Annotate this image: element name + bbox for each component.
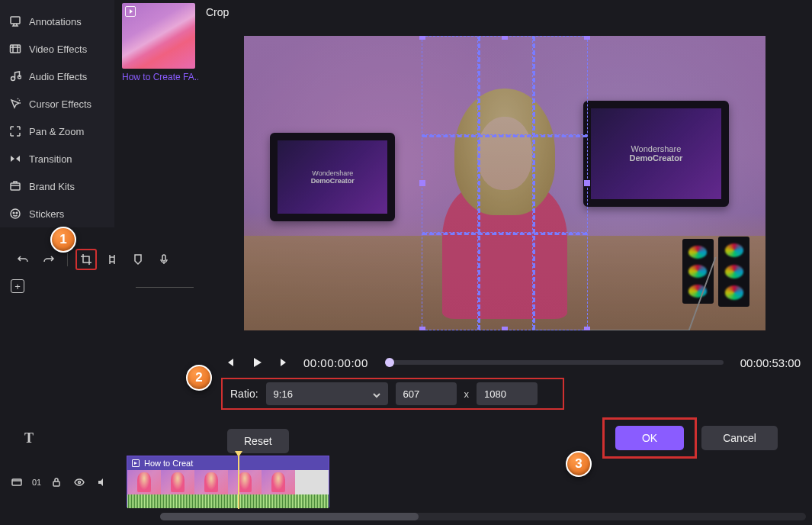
sidebar-item-annotations[interactable]: Annotations — [0, 8, 114, 35]
add-track-button[interactable]: + — [11, 279, 24, 293]
sidebar-item-video-effects[interactable]: Video Effects — [0, 35, 114, 63]
clip-frames — [127, 470, 329, 494]
svg-rect-0 — [11, 17, 20, 24]
scrollbar-thumb[interactable] — [160, 513, 419, 520]
undo-button[interactable] — [12, 249, 34, 270]
split-button[interactable] — [101, 249, 123, 270]
current-timecode: 00:00:00:00 — [303, 356, 368, 369]
voiceover-button[interactable] — [153, 249, 175, 270]
crop-ratio-row: Ratio: 9:16 607 x 1080 — [221, 378, 564, 410]
sidebar-item-stickers[interactable]: Stickers — [0, 200, 114, 227]
prev-frame-button[interactable] — [221, 354, 238, 371]
annotation-badge-3: 3 — [566, 451, 592, 477]
audio-effects-icon — [9, 70, 21, 82]
timeline-scrollbar[interactable] — [160, 513, 806, 520]
track-controls: 01 — [9, 475, 110, 490]
crop-preview[interactable]: WondershareDemoCreator WondershareDemoCr… — [244, 36, 765, 330]
reset-button[interactable]: Reset — [227, 429, 289, 453]
preview-image: WondershareDemoCreator WondershareDemoCr… — [244, 36, 765, 330]
sidebar-item-label: Pan & Zoom — [29, 126, 84, 137]
timeline-toolbar — [6, 244, 195, 275]
sidebar-item-label: Annotations — [29, 16, 82, 27]
sidebar-item-brand-kits[interactable]: Brand Kits — [0, 172, 114, 200]
crop-selection[interactable] — [422, 36, 589, 330]
svg-rect-8 — [162, 255, 165, 261]
svg-rect-10 — [53, 482, 59, 486]
track-lock-button[interactable] — [49, 475, 64, 490]
crop-handle-n[interactable] — [502, 36, 508, 40]
toolbar-separator — [67, 253, 68, 266]
sidebar-item-transition[interactable]: Transition — [0, 145, 114, 172]
svg-rect-1 — [11, 45, 21, 53]
clip-header: How to Creat — [127, 456, 329, 470]
media-thumbnail[interactable] — [122, 3, 195, 69]
svg-point-6 — [13, 212, 14, 214]
crop-width-input[interactable]: 607 — [396, 382, 457, 405]
sidebar-item-pan-zoom[interactable]: Pan & Zoom — [0, 118, 114, 145]
annotation-badge-2: 2 — [186, 365, 212, 391]
progress-handle[interactable] — [385, 358, 394, 367]
svg-rect-4 — [11, 183, 20, 190]
chevron-down-icon — [373, 390, 380, 398]
crop-tool-button[interactable] — [75, 249, 97, 270]
play-button[interactable] — [249, 354, 265, 371]
sidebar-item-label: Audio Effects — [29, 71, 87, 82]
crop-handle-e[interactable] — [584, 180, 590, 186]
video-effects-icon — [9, 43, 21, 55]
media-panel: How to Create FA... — [122, 3, 198, 82]
playback-controls: 00:00:00:00 00:00:53:00 — [221, 347, 801, 378]
brand-kits-icon — [9, 180, 21, 192]
svg-point-11 — [79, 482, 81, 484]
track-type-icon — [9, 475, 24, 490]
svg-rect-9 — [12, 479, 21, 485]
timeline-ruler[interactable] — [136, 287, 194, 293]
play-overlay-icon — [125, 6, 136, 17]
sidebar-item-label: Stickers — [29, 208, 64, 220]
track-number: 01 — [32, 478, 41, 487]
crop-height-input[interactable]: 1080 — [477, 382, 538, 405]
redo-button[interactable] — [38, 249, 59, 270]
sidebar-item-label: Video Effects — [29, 43, 87, 55]
sidebar-item-label: Brand Kits — [29, 181, 75, 192]
ratio-value: 9:16 — [274, 388, 293, 400]
sidebar-item-label: Transition — [29, 153, 72, 165]
duration-timecode: 00:00:53:00 — [740, 356, 801, 369]
sidebar-item-label: Cursor Effects — [29, 98, 91, 110]
next-frame-button[interactable] — [276, 354, 293, 371]
crop-handle-se[interactable] — [584, 327, 590, 330]
crop-handle-s[interactable] — [502, 327, 508, 330]
panel-title: Crop — [206, 6, 229, 18]
tracks-panel: + T — [6, 276, 195, 459]
cancel-button[interactable]: Cancel — [701, 426, 778, 450]
text-tool-button[interactable]: T — [20, 429, 38, 447]
effects-sidebar: Annotations Video Effects Audio Effects … — [0, 0, 114, 227]
clip-play-icon — [132, 459, 140, 467]
progress-bar[interactable] — [385, 360, 724, 365]
timeline-clip[interactable]: How to Creat — [127, 456, 329, 507]
sidebar-item-cursor-effects[interactable]: Cursor Effects — [0, 90, 114, 118]
media-thumbnail-label: How to Create FA... — [122, 72, 198, 82]
annotations-icon — [9, 15, 21, 27]
track-visibility-button[interactable] — [72, 475, 87, 490]
clip-title: How to Creat — [144, 459, 193, 468]
ratio-label: Ratio: — [230, 388, 258, 400]
crop-handle-sw[interactable] — [419, 327, 425, 330]
svg-point-7 — [16, 212, 18, 214]
svg-point-5 — [11, 209, 20, 218]
crop-handle-nw[interactable] — [419, 36, 425, 40]
cursor-effects-icon — [9, 98, 21, 110]
timeline-playhead[interactable] — [238, 456, 239, 509]
sidebar-item-audio-effects[interactable]: Audio Effects — [0, 63, 114, 90]
track-mute-button[interactable] — [95, 475, 110, 490]
dimension-separator: x — [464, 388, 470, 400]
ratio-select[interactable]: 9:16 — [266, 382, 388, 405]
annotation-badge-1: 1 — [50, 227, 76, 253]
marker-button[interactable] — [127, 249, 149, 270]
crop-handle-w[interactable] — [419, 180, 425, 186]
ok-highlight: OK — [602, 417, 697, 459]
ok-button[interactable]: OK — [615, 426, 684, 450]
crop-handle-ne[interactable] — [584, 36, 590, 40]
transition-icon — [9, 153, 21, 165]
clip-audio-waveform — [127, 494, 329, 508]
stickers-icon — [9, 208, 21, 220]
